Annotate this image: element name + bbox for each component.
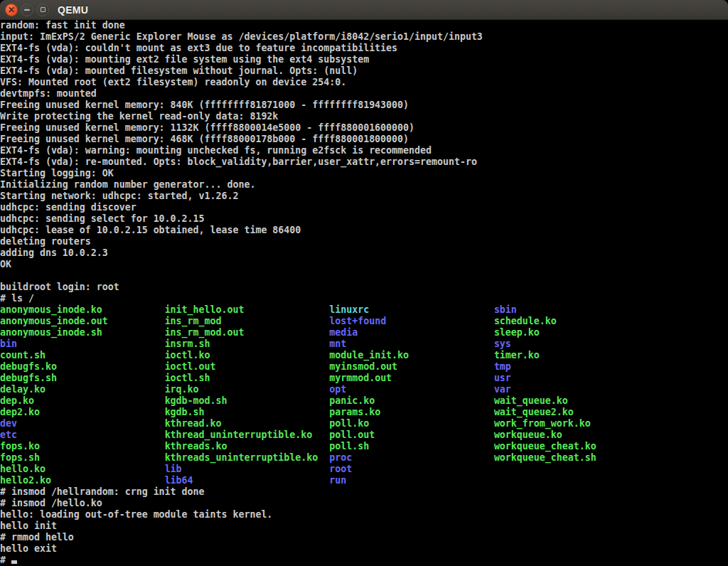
terminal-line: debugfs.sh ioctl.sh myrmmod.out usr (0, 373, 728, 384)
terminal-text: lib (165, 464, 330, 474)
terminal-text: proc (329, 452, 494, 463)
terminal-screen[interactable]: random: fast init doneinput: ImExPS/2 Ge… (0, 20, 728, 566)
terminal-text: EXT4-fs (vda): warning: mounting uncheck… (0, 145, 432, 156)
terminal-text: insrm.sh (165, 338, 330, 349)
terminal-line: EXT4-fs (vda): warning: mounting uncheck… (0, 145, 728, 156)
terminal-text: myrmmod.out (329, 373, 494, 383)
terminal-text: kthreads.ko (165, 441, 330, 452)
terminal-line: udhcpc: sending select for 10.0.2.15 (0, 213, 728, 225)
terminal-text: EXT4-fs (vda): mounting ext2 file system… (0, 54, 369, 65)
terminal-line: random: fast init done (0, 20, 728, 31)
terminal-line: bin insrm.sh mnt sys (0, 338, 728, 350)
terminal-text: init_hello.out (165, 304, 330, 315)
terminal-text: panic.ko (329, 395, 494, 406)
terminal-text: dep.ko (0, 395, 165, 406)
terminal-text: fops.ko (0, 441, 165, 452)
terminal-text: EXT4-fs (vda): re-mounted. Opts: block_v… (0, 156, 477, 167)
terminal-text: lib64 (165, 475, 330, 486)
terminal-text: poll.ko (329, 418, 494, 429)
terminal-line: hello.ko lib root (0, 464, 728, 475)
terminal-text: kthread_uninterruptible.ko (165, 429, 330, 440)
terminal-text: sys (494, 338, 511, 349)
terminal-text: Starting logging: OK (0, 168, 114, 178)
terminal-line: etc kthread_uninterruptible.ko poll.out … (0, 429, 728, 441)
terminal-text: delay.ko (0, 384, 165, 395)
terminal-line: # rmmod hello (0, 532, 728, 543)
terminal-line: adding dns 10.0.2.3 (0, 247, 728, 259)
terminal-text: Starting network: udhcpc: started, v1.26… (0, 191, 238, 201)
terminal-line: hello: loading out-of-tree module taints… (0, 509, 728, 520)
terminal-line: buildroot login: root (0, 282, 728, 293)
terminal-line: EXT4-fs (vda): couldn't mount as ext3 du… (0, 43, 728, 54)
terminal-text: workqueue.ko (494, 429, 562, 440)
terminal-text: workqueue_cheat.sh (494, 452, 596, 463)
minimize-button[interactable] (21, 4, 33, 16)
terminal-text: ioctl.out (165, 361, 330, 372)
window-controls: ✕ (5, 4, 49, 16)
terminal-line: Freeing unused kernel memory: 1132K (fff… (0, 122, 728, 134)
terminal-line: Initializing random number generator... … (0, 179, 728, 191)
terminal-line: fops.ko kthreads.ko poll.sh workqueue_ch… (0, 441, 728, 452)
minimize-icon (24, 9, 30, 11)
terminal-line: count.sh ioctl.ko module_init.ko timer.k… (0, 350, 728, 361)
terminal-text: myinsmod.out (329, 361, 494, 372)
terminal-text: hello: loading out-of-tree module taints… (0, 509, 272, 520)
terminal-text: ioctl.sh (165, 373, 330, 383)
window-title: QEMU (58, 4, 88, 16)
terminal-text: input: ImExPS/2 Generic Explorer Mouse a… (0, 31, 483, 42)
close-button[interactable]: ✕ (5, 4, 18, 16)
terminal-text: workqueue_cheat.ko (494, 441, 596, 452)
terminal-line: Write protecting the kernel read-only da… (0, 111, 728, 122)
terminal-text: Write protecting the kernel read-only da… (0, 111, 278, 122)
terminal-text: anonymous_inode.sh (0, 327, 165, 338)
terminal-text: Freeing unused kernel memory: 840K (ffff… (0, 100, 409, 110)
titlebar[interactable]: ✕ QEMU (0, 0, 728, 20)
terminal-line: VFS: Mounted root (ext2 filesystem) read… (0, 77, 728, 88)
terminal-text: # insmod /hellrandom: crng init done (0, 486, 205, 497)
terminal-text: buildroot login: root (0, 282, 119, 292)
maximize-button[interactable] (36, 4, 49, 16)
terminal-text: kgdb.sh (165, 407, 330, 417)
terminal-line: anonymous_inode.sh ins_rm_mod.out media … (0, 327, 728, 338)
terminal-line: devtmpfs: mounted (0, 88, 728, 100)
terminal-text: hello2.ko (0, 475, 165, 486)
terminal-text: Initializing random number generator... … (0, 179, 255, 190)
terminal-text: sleep.ko (494, 327, 540, 338)
terminal-text: udhcpc: sending discover (0, 202, 136, 213)
terminal-line: anonymous_inode.ko init_hello.out linuxr… (0, 304, 728, 316)
terminal-line: # ls / (0, 293, 728, 304)
terminal-line: hello2.ko lib64 run (0, 475, 728, 486)
terminal-line: hello exit (0, 543, 728, 555)
terminal-text: schedule.ko (494, 316, 557, 326)
terminal-text: anonymous_inode.out (0, 316, 165, 326)
terminal-line: delay.ko irq.ko opt var (0, 384, 728, 395)
terminal-line: Starting logging: OK (0, 168, 728, 179)
terminal-text: work_from_work.ko (494, 418, 591, 429)
terminal-line: udhcpc: sending discover (0, 202, 728, 213)
terminal-line: hello init (0, 520, 728, 532)
terminal-line: Freeing unused kernel memory: 840K (ffff… (0, 100, 728, 111)
terminal-text: ins_rm_mod.out (165, 327, 330, 338)
terminal-text: etc (0, 429, 165, 440)
terminal-text: debugfs.sh (0, 373, 165, 383)
terminal-text: usr (494, 373, 511, 383)
terminal-line: dep2.ko kgdb.sh params.ko wait_queue2.ko (0, 407, 728, 418)
terminal-text: debugfs.ko (0, 361, 165, 372)
terminal-text: Freeing unused kernel memory: 1132K (fff… (0, 122, 414, 133)
terminal-text: EXT4-fs (vda): mounted filesystem withou… (0, 65, 358, 76)
terminal-line: EXT4-fs (vda): re-mounted. Opts: block_v… (0, 156, 728, 168)
terminal-text: deleting routers (0, 236, 91, 247)
terminal-cursor (11, 560, 17, 564)
terminal-text: # insmod /hello.ko (0, 498, 102, 508)
terminal-line (0, 270, 728, 282)
terminal-text: kthreads_uninterruptible.ko (165, 452, 330, 463)
terminal-text: wait_queue2.ko (494, 407, 574, 417)
terminal-text: VFS: Mounted root (ext2 filesystem) read… (0, 77, 346, 87)
terminal-text: timer.ko (494, 350, 540, 361)
terminal-text: mnt (329, 338, 494, 349)
terminal-text: hello init (0, 520, 57, 531)
terminal-text: Freeing unused kernel memory: 468K (ffff… (0, 134, 409, 144)
terminal-text: fops.sh (0, 452, 165, 463)
close-icon: ✕ (8, 6, 15, 14)
qemu-window: ✕ QEMU random: fast init doneinput: ImEx… (0, 0, 728, 566)
